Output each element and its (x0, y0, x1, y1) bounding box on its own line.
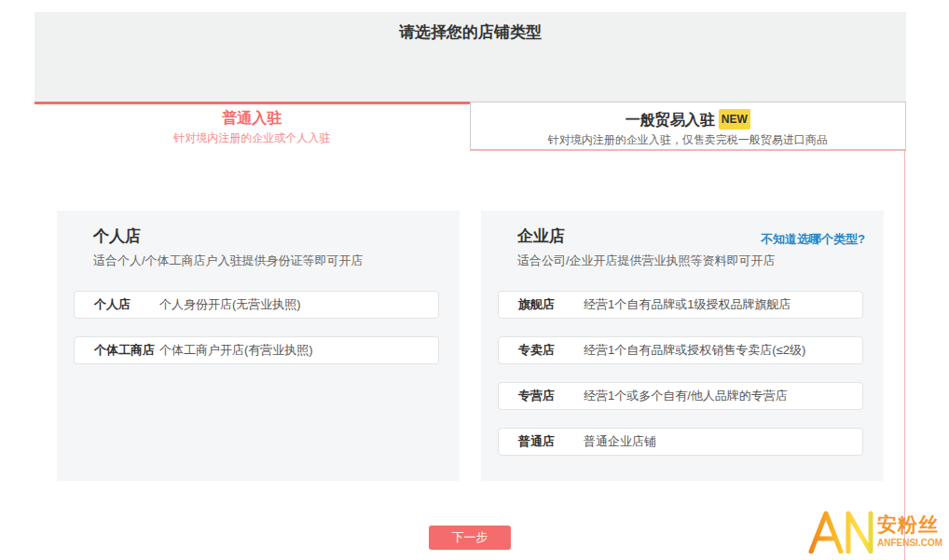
personal-shop-card-head: 个人店 适合个人/个体工商店户入驻提供身份证等即可开店 (93, 227, 439, 268)
tab-normal-entry-subtitle: 针对境内注册的企业或个人入驻 (34, 130, 470, 146)
option-label: 个体工商店 (94, 342, 159, 359)
personal-shop-title: 个人店 (93, 227, 439, 246)
tab-normal-entry-title: 普通入驻 (34, 109, 470, 128)
option-flagship-store[interactable]: 旗舰店 经营1个自有品牌或1级授权品牌旗舰店 (498, 291, 863, 319)
personal-shop-card: 个人店 适合个人/个体工商店户入驻提供身份证等即可开店 个人店 个人身份开店(无… (57, 211, 460, 481)
option-label: 个人店 (94, 296, 159, 313)
tab-general-trade-entry[interactable]: 一般贸易入驻NEW 针对境内注册的企业入驻，仅售卖完税一般贸易进口商品 (470, 102, 907, 151)
option-exclusive-store[interactable]: 专卖店 经营1个自有品牌或授权销售专卖店(≤2级) (498, 336, 863, 364)
tab-general-trade-entry-title: 一般贸易入驻NEW (471, 109, 906, 130)
option-desc: 个体工商户开店(有营业执照) (159, 342, 313, 359)
tab-general-trade-entry-label: 一般贸易入驻 (626, 112, 715, 128)
option-individual-business-shop[interactable]: 个体工商店 个体工商户开店(有营业执照) (74, 336, 439, 364)
which-type-help-link[interactable]: 不知道选哪个类型? (761, 231, 865, 248)
personal-shop-options: 个人店 个人身份开店(无营业执照) 个体工商店 个体工商户开店(有营业执照) (74, 291, 439, 364)
watermark-site: ANFENSI.COM (877, 538, 942, 548)
option-personal-shop[interactable]: 个人店 个人身份开店(无营业执照) (74, 291, 439, 319)
tab-normal-entry[interactable]: 普通入驻 针对境内注册的企业或个人入驻 (34, 102, 470, 151)
option-desc: 经营1个自有品牌或1级授权品牌旗舰店 (584, 296, 791, 313)
shop-type-page: 请选择您的店铺类型 普通入驻 针对境内注册的企业或个人入驻 一般贸易入驻NEW … (0, 0, 949, 560)
page-header: 请选择您的店铺类型 (34, 12, 906, 102)
option-desc: 个人身份开店(无营业执照) (159, 296, 301, 313)
option-label: 专营店 (518, 388, 584, 404)
option-label: 专卖店 (518, 342, 584, 359)
enterprise-shop-options: 旗舰店 经营1个自有品牌或1级授权品牌旗舰店 专卖店 经营1个自有品牌或授权销售… (498, 291, 863, 456)
page-title: 请选择您的店铺类型 (34, 12, 906, 43)
personal-shop-subtitle: 适合个人/个体工商店户入驻提供身份证等即可开店 (93, 253, 439, 268)
watermark-name: 安粉丝 (877, 514, 942, 535)
anfensi-logo-icon (807, 511, 876, 553)
enterprise-shop-subtitle: 适合公司/企业开店提供营业执照等资料即可开店 (517, 253, 863, 268)
option-label: 普通店 (518, 433, 584, 450)
option-ordinary-store[interactable]: 普通店 普通企业店铺 (498, 428, 863, 456)
option-desc: 经营1个或多个自有/他人品牌的专营店 (584, 388, 788, 404)
watermark: 安粉丝 ANFENSI.COM (807, 511, 942, 553)
next-step-button[interactable]: 下一步 (429, 526, 511, 550)
enterprise-shop-card: 不知道选哪个类型? 企业店 适合公司/企业开店提供营业执照等资料即可开店 旗舰店… (481, 211, 884, 481)
option-desc: 经营1个自有品牌或授权销售专卖店(≤2级) (584, 342, 805, 359)
option-desc: 普通企业店铺 (584, 433, 656, 450)
tab-general-trade-entry-subtitle: 针对境内注册的企业入驻，仅售卖完税一般贸易进口商品 (471, 132, 906, 148)
option-specialty-store[interactable]: 专营店 经营1个或多个自有/他人品牌的专营店 (498, 382, 863, 410)
watermark-text: 安粉丝 ANFENSI.COM (877, 511, 942, 548)
entry-type-tabs: 普通入驻 针对境内注册的企业或个人入驻 一般贸易入驻NEW 针对境内注册的企业入… (34, 102, 906, 151)
right-edge-divider (904, 151, 905, 560)
option-label: 旗舰店 (518, 296, 584, 313)
new-badge: NEW (719, 109, 750, 130)
